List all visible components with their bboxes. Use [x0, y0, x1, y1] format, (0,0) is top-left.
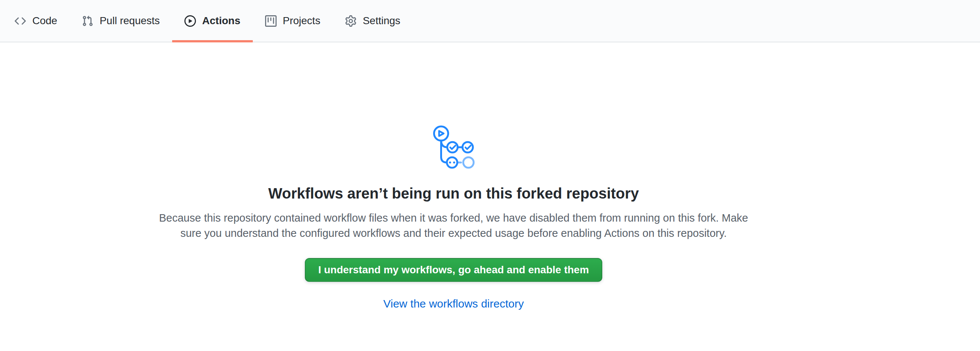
code-icon — [14, 15, 26, 27]
tab-label: Pull requests — [100, 16, 160, 26]
tab-label: Projects — [283, 16, 320, 26]
tab-code[interactable]: Code — [2, 0, 70, 42]
git-pull-request-icon — [82, 15, 93, 27]
enable-workflows-button[interactable]: I understand my workflows, go ahead and … — [305, 258, 602, 282]
enable-button-row: I understand my workflows, go ahead and … — [0, 241, 907, 282]
project-icon — [265, 15, 277, 27]
actions-blankslate: Workflows aren’t being run on this forke… — [0, 42, 907, 310]
play-icon — [185, 15, 196, 27]
workflows-link-row: View the workflows directory — [0, 282, 907, 310]
view-workflows-directory-link[interactable]: View the workflows directory — [383, 297, 524, 310]
tab-label: Settings — [363, 16, 400, 26]
repo-nav: Code Pull requests Actions Projects Sett… — [0, 0, 980, 42]
tab-projects[interactable]: Projects — [253, 0, 333, 42]
tab-pull-requests[interactable]: Pull requests — [70, 0, 172, 42]
active-tab-underline — [172, 40, 253, 42]
tab-settings[interactable]: Settings — [333, 0, 413, 42]
gear-icon — [345, 15, 356, 27]
tab-label: Code — [32, 16, 57, 26]
tab-label: Actions — [202, 16, 240, 26]
tab-actions[interactable]: Actions — [172, 0, 253, 42]
workflow-graph-icon — [0, 42, 907, 170]
blankslate-title: Workflows aren’t being run on this forke… — [0, 184, 907, 202]
blankslate-description: Because this repository contained workfl… — [148, 210, 759, 241]
